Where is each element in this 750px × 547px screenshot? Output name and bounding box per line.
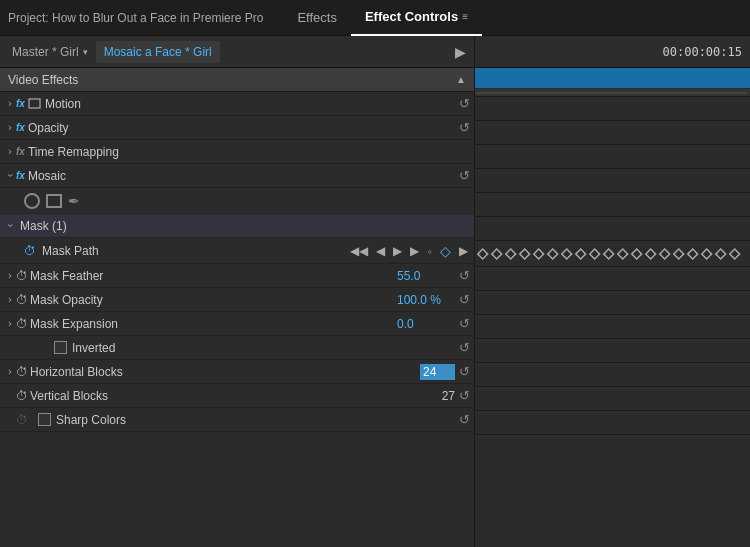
motion-icon [28, 97, 42, 111]
timeline-h-blocks-area [475, 363, 750, 387]
mask-expansion-stopwatch[interactable]: ⏱ [16, 317, 28, 331]
sharp-colors-checkbox[interactable] [38, 413, 51, 426]
h-blocks-label: Horizontal Blocks [30, 365, 420, 379]
sharp-colors-label: Sharp Colors [56, 413, 126, 427]
mask-header-row[interactable]: › Mask (1) [0, 214, 474, 238]
svg-rect-15 [660, 249, 670, 259]
v-blocks-reset[interactable]: ↺ [459, 388, 470, 403]
mask-path-prev[interactable]: ◀ [374, 244, 387, 258]
mask-label: Mask (1) [20, 219, 470, 233]
app-window: Project: How to Blur Out a Face in Premi… [0, 0, 750, 547]
mosaic-label: Mosaic [28, 169, 455, 183]
opacity-label: Opacity [28, 121, 455, 135]
svg-rect-7 [548, 249, 558, 259]
mosaic-row[interactable]: › fx Mosaic ↺ [0, 164, 474, 188]
video-effects-title: Video Effects [8, 73, 78, 87]
motion-row[interactable]: › fx Motion ↺ [0, 92, 474, 116]
timeline-mosaic-shapes-area [475, 193, 750, 217]
mask-opacity-label: Mask Opacity [30, 293, 397, 307]
motion-label: Motion [45, 97, 455, 111]
mask-feather-reset[interactable]: ↺ [459, 268, 470, 283]
svg-rect-3 [492, 249, 502, 259]
menu-icon[interactable]: ≡ [462, 11, 468, 22]
time-remapping-chevron[interactable]: › [4, 146, 16, 157]
project-title: Project: How to Blur Out a Face in Premi… [8, 11, 263, 25]
mask-path-kf-next[interactable]: ▶ [457, 244, 470, 258]
inverted-label: Inverted [72, 341, 115, 355]
opacity-reset[interactable]: ↺ [459, 120, 470, 135]
mask-path-fwd[interactable]: ⬦ [425, 246, 434, 256]
mask-feather-chevron[interactable]: › [4, 270, 16, 281]
mask-path-next[interactable]: ▶ [408, 244, 421, 258]
mask-opacity-row: › ⏱ Mask Opacity 100.0 % ↺ [0, 288, 474, 312]
sharp-colors-stopwatch[interactable]: ⏱ [16, 413, 28, 427]
timeline-expansion-area [475, 315, 750, 339]
mask-path-stopwatch[interactable]: ⏱ [24, 244, 36, 258]
clip-tab[interactable]: Mosaic a Face * Girl [96, 41, 220, 63]
h-blocks-chevron[interactable]: › [4, 366, 16, 377]
time-remapping-row[interactable]: › fx Time Remapping [0, 140, 474, 164]
v-blocks-stopwatch[interactable]: ⏱ [16, 389, 28, 403]
svg-rect-13 [632, 249, 642, 259]
play-button[interactable]: ▶ [455, 44, 466, 60]
h-blocks-stopwatch[interactable]: ⏱ [16, 365, 28, 379]
mask-opacity-stopwatch[interactable]: ⏱ [16, 293, 28, 307]
mask-opacity-reset[interactable]: ↺ [459, 292, 470, 307]
v-blocks-label: Vertical Blocks [30, 389, 442, 403]
svg-rect-20 [730, 249, 740, 259]
master-dropdown-arrow[interactable]: ▾ [83, 47, 88, 57]
master-tab[interactable]: Master * Girl ▾ [4, 41, 96, 63]
timecode: 00:00:00:15 [663, 45, 742, 59]
video-effects-header: Video Effects ▲ [0, 68, 474, 92]
timeline-time-remapping-area [475, 145, 750, 169]
mask-expansion-value[interactable]: 0.0 [397, 317, 447, 331]
mask-feather-label: Mask Feather [30, 269, 397, 283]
mask-path-row: ⏱ Mask Path ◀◀ ◀ ▶ ▶ ⬦ ◇ ▶ [0, 238, 474, 264]
timeline-sharp-area [475, 411, 750, 435]
collapse-video-effects[interactable]: ▲ [456, 74, 466, 85]
mask-opacity-value[interactable]: 100.0 % [397, 293, 447, 307]
timeline-opacity-area2 [475, 291, 750, 315]
v-blocks-value: 27 [442, 389, 455, 403]
sharp-colors-reset[interactable]: ↺ [459, 412, 470, 427]
h-blocks-reset[interactable]: ↺ [459, 364, 470, 379]
rect-mask-tool[interactable] [46, 194, 62, 208]
mask-expansion-row: › ⏱ Mask Expansion 0.0 ↺ [0, 312, 474, 336]
inverted-reset[interactable]: ↺ [459, 340, 470, 355]
inverted-checkbox[interactable] [54, 341, 67, 354]
opacity-row[interactable]: › fx Opacity ↺ [0, 116, 474, 140]
tab-effects[interactable]: Effects [283, 0, 351, 36]
motion-chevron[interactable]: › [4, 98, 16, 109]
h-blocks-input[interactable] [420, 364, 455, 380]
svg-rect-8 [562, 249, 572, 259]
timeline-opacity-area [475, 121, 750, 145]
svg-rect-6 [534, 249, 544, 259]
pen-mask-tool[interactable]: ✒ [68, 193, 80, 209]
mask-expansion-chevron[interactable]: › [4, 318, 16, 329]
mask-opacity-chevron[interactable]: › [4, 294, 16, 305]
svg-rect-14 [646, 249, 656, 259]
mosaic-chevron[interactable]: › [5, 170, 16, 182]
vertical-blocks-row: ⏱ Vertical Blocks 27 ↺ [0, 384, 474, 408]
timeline-feather-area [475, 267, 750, 291]
svg-rect-5 [520, 249, 530, 259]
timeline-ruler [475, 89, 750, 97]
svg-rect-16 [674, 249, 684, 259]
svg-rect-18 [702, 249, 712, 259]
sharp-colors-row: ⏱ Sharp Colors ↺ [0, 408, 474, 432]
mask-path-play[interactable]: ▶ [391, 244, 404, 258]
opacity-chevron[interactable]: › [4, 122, 16, 133]
mask-path-add-kf[interactable]: ◇ [438, 243, 453, 259]
tab-effect-controls[interactable]: Effect Controls ≡ [351, 0, 482, 36]
mask-path-back[interactable]: ◀◀ [348, 244, 370, 258]
mask-feather-value[interactable]: 55.0 [397, 269, 447, 283]
ellipse-mask-tool[interactable] [24, 193, 40, 209]
timeline-clip-bar [475, 68, 750, 88]
motion-reset[interactable]: ↺ [459, 96, 470, 111]
mask-feather-stopwatch[interactable]: ⏱ [16, 269, 28, 283]
mosaic-reset[interactable]: ↺ [459, 168, 470, 183]
svg-rect-9 [576, 249, 586, 259]
mask-chevron[interactable]: › [5, 220, 16, 232]
mask-expansion-reset[interactable]: ↺ [459, 316, 470, 331]
timeline-pane: 00:00:00:15 [475, 36, 750, 547]
